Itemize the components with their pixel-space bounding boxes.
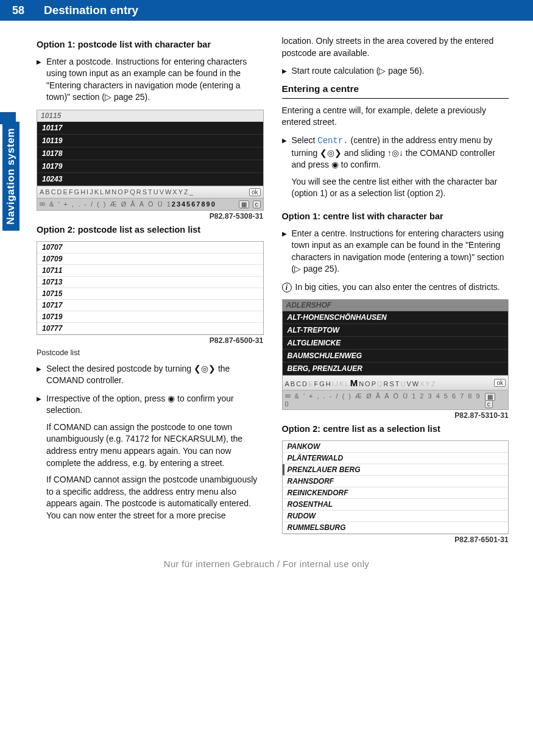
step-confirm: Irrespective of the option, press ◉ to c… — [37, 393, 264, 527]
fig4-ref: P82.87-6501-31 — [282, 535, 509, 544]
footer-watermark: Nur für internen Gebrauch / For internal… — [0, 559, 533, 569]
step-arrow-icon — [37, 393, 46, 527]
fig1-alpha-bar: ABCDEFGHIJKLMNOPQRSTUVWXYZ_ ok — [37, 186, 263, 198]
fig1-row: 10179 — [37, 160, 263, 173]
fig3-row: ALTGLIENICKE — [283, 337, 509, 350]
fig4-row: PLÄNTERWALD — [283, 453, 509, 464]
step-enter-postcode: Enter a postcode. Instructions for enter… — [37, 56, 264, 104]
fig1-tail: ▦ c — [239, 200, 260, 208]
fig2-ref: P82.87-6500-31 — [37, 336, 264, 345]
fig1-current: 10115 — [37, 110, 263, 122]
fig1-ref: P82.87-5308-31 — [37, 212, 264, 221]
fig3-row: BERG, PRENZLAUER — [283, 362, 509, 375]
fig3-row: ALT-TREPTOW — [283, 324, 509, 337]
fig4-row-selected: PRENZLAUER BERG — [283, 464, 509, 476]
page-header: 58 Destination entry — [0, 0, 533, 21]
clear-icon: c — [253, 200, 261, 208]
step-text: Start route calculation (▷ page 56). — [292, 65, 509, 77]
heading-option2: Option 2: postcode list as selection lis… — [37, 224, 264, 236]
step-route-calc: Start route calculation (▷ page 56). — [282, 65, 509, 77]
fig2-row: 10713 — [37, 277, 263, 288]
menu-label-centr: Centr. — [317, 136, 348, 146]
info-note: i In big cities, you can also enter the … — [282, 281, 509, 294]
step-arrow-icon — [282, 228, 292, 275]
fig3-sym: ✉ & ' + , . - / ( ) Æ Ø Å Ä Ö Ü 1 2 3 4 … — [285, 392, 485, 408]
step-text: Select the desired postcode by turning ❮… — [46, 363, 264, 387]
fig1-row: 10243 — [37, 173, 263, 186]
left-column: Option 1: postcode list with character b… — [37, 35, 264, 548]
step-text: Enter a postcode. Instructions for enter… — [46, 56, 264, 104]
fig1-alpha: ABCDEFGHIJKLMNOPQRSTUVWXYZ_ — [40, 188, 194, 196]
fig1-sym: ✉ & ' + , . - / ( ) Æ Ø Å Ä Ö Ü 12345678… — [40, 200, 216, 208]
fig1-sym-bar: ✉ & ' + , . - / ( ) Æ Ø Å Ä Ö Ü 12345678… — [37, 198, 263, 210]
divider — [282, 98, 509, 99]
step-text: Select Centr. (centre) in the address en… — [292, 135, 509, 205]
figure-centre-list: PANKOW PLÄNTERWALD PRENZLAUER BERG RAHNS… — [282, 440, 509, 534]
figure-postcode-charbar: 10115 10117 10119 10178 10179 10243 ABCD… — [37, 110, 264, 211]
step-arrow-icon — [282, 65, 292, 77]
ok-icon: ok — [494, 379, 506, 387]
heading-entering-centre: Entering a centre — [282, 83, 509, 94]
fig1-row: 10178 — [37, 147, 263, 160]
centre-intro: Entering a centre will, for example, del… — [282, 105, 509, 129]
fig3-alpha-bar: ABCDEFGHIJKLMNOPQRSTUVWXYZ ok — [283, 375, 509, 390]
body: Option 1: postcode list with character b… — [0, 21, 533, 548]
page-number: 58 — [0, 4, 37, 17]
fig3-row: BAUMSCHULENWEG — [283, 350, 509, 362]
figure-caption: Postcode list — [37, 348, 264, 357]
fig3-alpha: ABCDEFGHIJKLMNOPQRSTUVWXYZ — [285, 378, 437, 388]
right-column: location. Only streets in the area cover… — [282, 35, 509, 548]
fig2-row: 10715 — [37, 288, 263, 300]
ok-icon: ok — [249, 188, 261, 196]
step-select-centre: Select Centr. (centre) in the address en… — [282, 135, 509, 205]
fig1-row: 10117 — [37, 122, 263, 135]
fig4-row: PANKOW — [283, 441, 509, 453]
step-arrow-icon — [37, 56, 46, 104]
fig3-ref: P82.87-5310-31 — [282, 411, 509, 420]
fig2-row: 10719 — [37, 311, 263, 323]
fig2-row: 10777 — [37, 323, 263, 334]
note-text: In big cities, you can also enter the ce… — [295, 281, 509, 294]
step-text: Enter a centre. Instructions for enterin… — [292, 228, 509, 275]
heading-centre-option1: Option 1: centre list with character bar — [282, 211, 509, 223]
clear-icon: c — [485, 400, 493, 408]
fig2-row: 10709 — [37, 253, 263, 265]
flag-icon: ▦ — [239, 200, 249, 208]
step-text: Irrespective of the option, press ◉ to c… — [46, 393, 264, 527]
fig3-row: ALT-HOHENSCHÖNHAUSEN — [283, 311, 509, 324]
figure-centre-charbar: ADLERSHOF ALT-HOHENSCHÖNHAUSEN ALT-TREPT… — [282, 299, 509, 410]
fig4-row: RUMMELSBURG — [283, 522, 509, 534]
fig3-sym-bar: ✉ & ' + , . - / ( ) Æ Ø Å Ä Ö Ü 1 2 3 4 … — [283, 390, 509, 409]
fig2-row: 10707 — [37, 242, 263, 253]
fig2-row: 10717 — [37, 300, 263, 311]
continuation: location. Only streets in the area cover… — [282, 35, 509, 59]
step-arrow-icon — [282, 135, 292, 205]
fig4-row: ROSENTHAL — [283, 499, 509, 510]
fig4-row: RUDOW — [283, 510, 509, 522]
figure-postcode-list: 10707 10709 10711 10713 10715 10717 1071… — [37, 241, 264, 335]
fig3-header: ADLERSHOF — [283, 300, 509, 311]
fig4-row: RAHNSDORF — [283, 476, 509, 487]
step-arrow-icon — [37, 363, 46, 387]
step-select-postcode: Select the desired postcode by turning ❮… — [37, 363, 264, 387]
fig1-row: 10119 — [37, 135, 263, 147]
step-enter-centre: Enter a centre. Instructions for enterin… — [282, 228, 509, 275]
fig4-row: REINICKENDORF — [283, 487, 509, 499]
fig2-row: 10711 — [37, 265, 263, 277]
info-icon: i — [282, 281, 295, 294]
header-title: Destination entry — [37, 4, 138, 17]
heading-option1: Option 1: postcode list with character b… — [37, 39, 264, 51]
heading-centre-option2: Option 2: centre list as a selection lis… — [282, 423, 509, 436]
